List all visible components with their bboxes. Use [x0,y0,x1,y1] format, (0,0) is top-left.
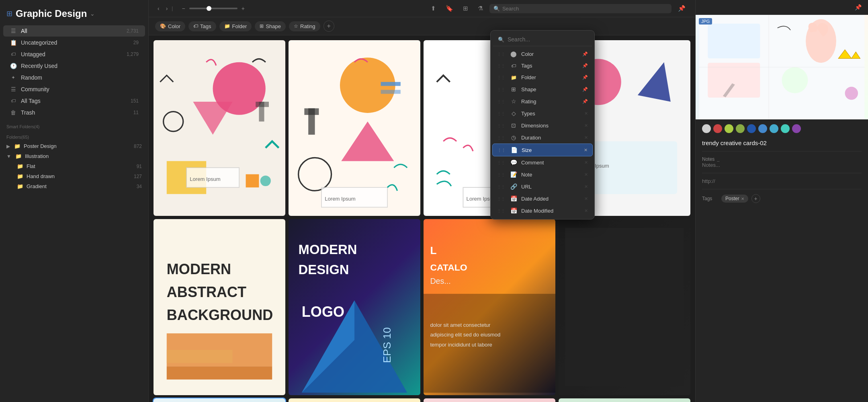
unpin-size-icon[interactable]: ✕ [584,148,588,153]
layout-button[interactable]: ⊞ [460,3,471,14]
shape-item-icon: ⊞ [510,86,517,92]
sidebar-item-uncategorized[interactable]: 📋 Uncategorized 29 [3,37,145,48]
folder-illustration[interactable]: ▼ 📁 Illustration [0,151,148,161]
date-added-item-icon: 📅 [510,195,517,202]
dropdown-item-tags[interactable]: ⋮⋮ 🏷 Tags 📌 [492,60,593,72]
dropdown-item-folder[interactable]: ⋮⋮ 📁 Folder 📌 [492,72,593,83]
filter-rating-button[interactable]: ☆ Rating [289,21,320,31]
pin-folder-icon[interactable]: 📌 [582,75,588,80]
color-swatches [696,119,868,138]
pin-tags-icon[interactable]: 📌 [582,63,588,68]
grid-item-1[interactable]: Lorem Ipsum [154,40,285,216]
pin-shape-icon[interactable]: 📌 [582,87,588,92]
unpin-duration-icon[interactable]: ✕ [584,135,588,140]
subfolder-gradient[interactable]: 📁 Gradient 34 [0,181,148,191]
url-input[interactable] [702,178,862,184]
notes-input[interactable] [702,162,862,168]
preview-image: JPG [696,15,868,119]
tag-add-button[interactable]: + [751,194,760,203]
svg-text:ABSTRACT: ABSTRACT [167,284,246,300]
grid-item-7[interactable]: L CATALO Des... dolor sit amet consectet… [424,219,555,395]
grid-item-8[interactable] [559,219,690,395]
grid-item-6[interactable]: MODERN DESIGN LOGO EPS 10 [289,219,420,395]
sidebar-item-random[interactable]: ✦ Random [3,72,145,83]
dropdown-item-size[interactable]: ⋮⋮ 📄 Size ✕ [492,144,593,156]
tags-item-icon: 🏷 [510,63,517,69]
trash-icon: 🗑 [10,109,17,116]
swatch-6[interactable] [770,124,778,133]
dropdown-item-comment[interactable]: ⋮⋮ 💬 Comment ✕ [492,156,593,168]
svg-rect-63 [708,63,760,98]
sidebar-item-all[interactable]: ☰ All 2,731 [3,25,145,37]
dropdown-item-shape[interactable]: ⋮⋮ ⊞ Shape 📌 [492,83,593,95]
grid-item-9[interactable] [154,398,285,402]
grid-item-2[interactable]: Lorem Ipsum [289,40,420,216]
divider-2 [702,173,862,173]
filter-button[interactable]: ⚗ [475,3,486,14]
dropdown-item-date-modified[interactable]: ⋮⋮ 📅 Date Modified ✕ [492,205,593,217]
sidebar-item-all-tags[interactable]: 🏷 All Tags 151 [3,95,145,107]
panel-pin-button[interactable]: 📌 [855,4,862,10]
dropdown-item-types[interactable]: ⋮⋮ ◇ Types ✕ [492,107,593,119]
sidebar-item-community[interactable]: ☰ Community [3,84,145,95]
sidebar-item-untagged[interactable]: 🏷 Untagged 1,279 [3,49,145,60]
dropdown-search-input[interactable] [508,36,587,43]
tag-remove-poster[interactable]: ✕ [741,197,744,201]
filter-tags-button[interactable]: 🏷 Tags [188,21,216,31]
dropdown-item-color[interactable]: ⋮⋮ ⬤ Color 📌 [492,48,593,60]
pin-rating-icon[interactable]: 📌 [582,99,588,104]
dropdown-item-date-added[interactable]: ⋮⋮ 📅 Date Added ✕ [492,193,593,205]
unpin-date-added-icon[interactable]: ✕ [584,196,588,201]
unpin-note-icon[interactable]: ✕ [584,172,588,177]
zoom-minus-button[interactable]: − [179,4,187,13]
swatch-8[interactable] [792,124,801,133]
dropdown-item-duration[interactable]: ⋮⋮ ◷ Duration ✕ [492,131,593,144]
filter-folder-button[interactable]: 📁 Folder [219,21,252,31]
filter-shape-button[interactable]: ⊞ Shape [255,21,286,31]
pin-color-icon[interactable]: 📌 [582,51,588,57]
dropdown-item-note[interactable]: ⋮⋮ 📝 Note ✕ [492,168,593,180]
subfolder-hand-drawn[interactable]: 📁 Hand drawn 127 [0,171,148,181]
swatch-4[interactable] [747,124,756,133]
subfolder-flat[interactable]: 📁 Flat 91 [0,161,148,171]
dropdown-item-url[interactable]: ⋮⋮ 🔗 URL ✕ [492,180,593,193]
tags-label: Tags [702,196,718,201]
unpin-url-icon[interactable]: ✕ [584,184,588,189]
pin-topbar-button[interactable]: 📌 [675,3,689,14]
sidebar-item-trash[interactable]: 🗑 Trash 11 [3,107,145,118]
dropdown-item-rating[interactable]: ⋮⋮ ☆ Rating 📌 [492,95,593,107]
zoom-slider[interactable] [189,8,237,9]
grid-item-10[interactable]: LOREM IPSUM [289,398,420,402]
dropdown-item-dimensions[interactable]: ⋮⋮ ⊡ Dimensions ✕ [492,119,593,131]
filter-color-icon: 🎨 [160,23,166,29]
grid-item-11[interactable]: LOREM IPSUM [424,398,555,402]
nav-forward-button[interactable]: › [164,4,170,13]
filter-color-button[interactable]: 🎨 Color [155,21,185,31]
nav-back-button[interactable]: ‹ [155,4,162,13]
filter-add-button[interactable]: + [323,21,334,32]
grid-item-12[interactable] [559,398,690,402]
search-input[interactable] [502,6,667,12]
sidebar-item-recently-used[interactable]: 🕐 Recently Used [3,60,145,72]
swatch-0[interactable] [702,124,711,133]
folder-poster-design[interactable]: ▶ 📁 Poster Design 872 [0,141,148,151]
zoom-plus-button[interactable]: + [239,4,247,13]
unpin-dimensions-icon[interactable]: ✕ [584,123,588,128]
tag-chip-poster[interactable]: Poster ✕ [721,195,748,203]
swatch-3[interactable] [736,124,745,133]
types-item-icon: ◇ [510,110,517,117]
grid-item-5[interactable]: MODERN ABSTRACT BACKGROUND [154,219,285,395]
unpin-comment-icon[interactable]: ✕ [584,160,588,165]
unpin-date-modified-icon[interactable]: ✕ [584,208,588,213]
dimensions-item-icon: ⊡ [510,122,517,129]
bookmark-button[interactable]: 🔖 [442,3,457,14]
divider-1 [702,151,862,152]
swatch-1[interactable] [713,124,722,133]
swatch-7[interactable] [781,124,790,133]
share-button[interactable]: ⬆ [428,3,439,14]
folder-item-icon: 📁 [510,75,517,80]
unpin-types-icon[interactable]: ✕ [584,111,588,116]
swatch-5[interactable] [758,124,767,133]
sidebar-chevron-icon[interactable]: ⌄ [90,10,95,17]
swatch-2[interactable] [725,124,733,133]
